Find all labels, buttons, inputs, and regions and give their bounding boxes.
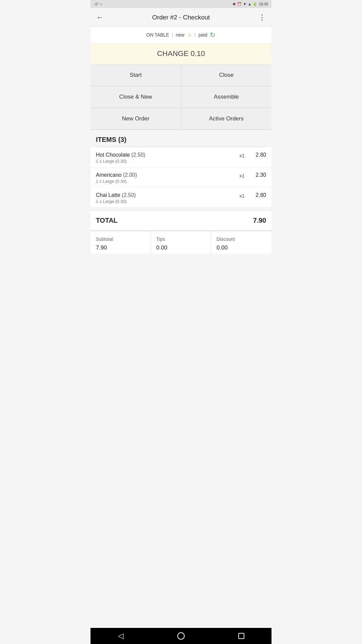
item-modifier: 1 x Large (0.30) [96, 159, 234, 164]
paid-status: paid [198, 32, 207, 38]
start-button[interactable]: Start [90, 64, 181, 86]
new-status: new [176, 32, 184, 38]
wifi-icon: ▼ [243, 2, 247, 6]
item-name-text: Hot Chocolate [96, 152, 130, 158]
table-row: Americano (2.00) 1 x Large (0.30) x1 2.3… [90, 167, 272, 187]
item-name: Chai Latte (2.50) [96, 192, 234, 198]
subtotal-cell: Subtotal 7.90 [90, 231, 151, 254]
discount-cell: Discount 0.00 [211, 231, 272, 254]
back-button[interactable]: ← [93, 11, 107, 24]
tips-label: Tips [156, 236, 205, 242]
time-text: 16:35 [259, 2, 268, 6]
change-label: CHANGE [157, 49, 188, 58]
summary-table: Subtotal 7.90 Tips 0.00 Discount 0.00 [90, 231, 272, 254]
action-button-grid: Start Close Close & New Assemble New Ord… [90, 64, 272, 130]
item-price-parens: (2.50) [131, 152, 145, 158]
status-bar-left: -1° ○ [94, 2, 102, 6]
item-info: Chai Latte (2.50) 1 x Large (0.30) [96, 192, 234, 204]
page-title: Order #2 - Checkout [107, 14, 255, 21]
item-name-text: Americano [96, 172, 121, 178]
back-icon: ← [96, 13, 104, 22]
item-qty: x1 [239, 152, 245, 158]
discount-value: 0.00 [217, 245, 266, 251]
item-name: Hot Chocolate (2.50) [96, 152, 234, 158]
more-icon: ⋮ [258, 13, 266, 22]
table-status: ON TABLE [146, 32, 169, 38]
item-qty: x1 [239, 192, 245, 199]
item-name: Americano (2.00) [96, 172, 234, 178]
table-row: Hot Chocolate (2.50) 1 x Large (0.30) x1… [90, 147, 272, 167]
item-total: 2.30 [250, 172, 266, 178]
discount-label: Discount [217, 236, 266, 242]
change-amount: 0.10 [191, 49, 205, 58]
subtotal-value: 7.90 [96, 245, 145, 251]
item-info: Hot Chocolate (2.50) 1 x Large (0.30) [96, 152, 234, 164]
refresh-icon[interactable]: ↻ [210, 31, 216, 39]
change-banner: CHANGE 0.10 [90, 43, 272, 64]
total-value: 7.90 [253, 217, 266, 224]
item-name-text: Chai Latte [96, 192, 120, 198]
battery-icon: 🔋 [253, 2, 257, 6]
item-modifier: 1 x Large (0.30) [96, 179, 234, 184]
more-options-button[interactable]: ⋮ [255, 11, 269, 24]
signal-icon: ○ [100, 2, 102, 6]
order-status-bar: ON TABLE I new ☆ I paid ↻ [90, 27, 272, 43]
item-info: Americano (2.00) 1 x Large (0.30) [96, 172, 234, 184]
item-modifier: 1 x Large (0.30) [96, 199, 234, 204]
alarm-icon: ⏰ [237, 2, 242, 6]
order-items-list: Hot Chocolate (2.50) 1 x Large (0.30) x1… [90, 147, 272, 208]
total-label: TOTAL [96, 217, 118, 224]
separator-1: I [172, 32, 173, 38]
active-orders-button[interactable]: Active Orders [181, 108, 272, 129]
signal-text: -1° [94, 2, 99, 6]
subtotal-label: Subtotal [96, 236, 145, 242]
separator-2: I [194, 32, 196, 38]
item-qty: x1 [239, 172, 245, 178]
assemble-button[interactable]: Assemble [181, 86, 272, 108]
item-total: 2.80 [250, 152, 266, 158]
status-bar-right: ✱ ⏰ ▼ ▲ 🔋 16:35 [233, 2, 268, 6]
item-price-value: (2.00) [123, 172, 137, 178]
star-icon: ☆ [187, 32, 192, 38]
table-row: Chai Latte (2.50) 1 x Large (0.30) x1 2.… [90, 187, 272, 208]
item-price-value: (2.50) [122, 192, 136, 198]
close-button[interactable]: Close [181, 64, 272, 86]
status-bar: -1° ○ ✱ ⏰ ▼ ▲ 🔋 16:35 [90, 0, 272, 8]
close-new-button[interactable]: Close & New [90, 86, 181, 108]
tips-value: 0.00 [156, 245, 205, 251]
app-bar: ← Order #2 - Checkout ⋮ [90, 8, 272, 27]
items-header: ITEMS (3) [90, 130, 272, 147]
tips-cell: Tips 0.00 [151, 231, 211, 254]
bluetooth-icon: ✱ [233, 2, 236, 6]
signal-bars-icon: ▲ [248, 2, 252, 6]
new-order-button[interactable]: New Order [90, 108, 181, 129]
total-row: TOTAL 7.90 [90, 210, 272, 231]
item-total: 2.80 [250, 192, 266, 198]
